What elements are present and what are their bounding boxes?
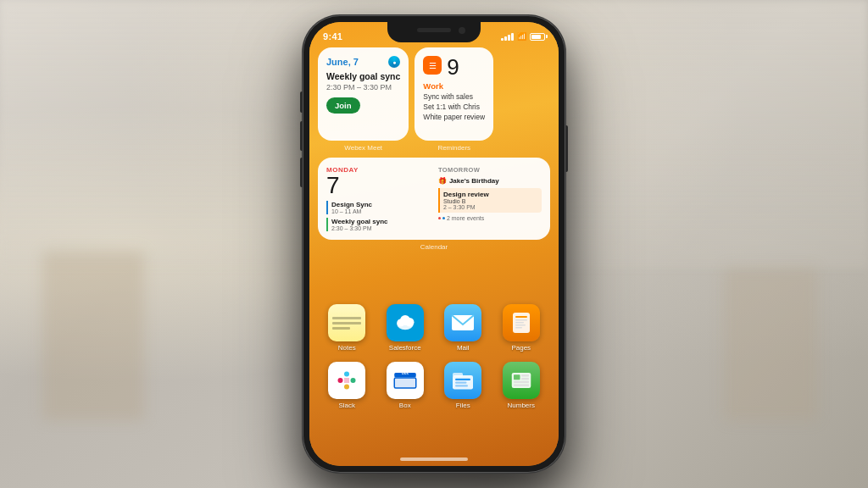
notes-app[interactable]: Notes	[328, 304, 365, 352]
notes-line-2	[332, 322, 361, 324]
files-icon	[444, 362, 481, 399]
mail-svg	[451, 314, 475, 331]
calendar-event-2: Weekly goal sync 2:30 – 3:30 PM	[326, 218, 430, 231]
svg-rect-8	[515, 322, 524, 324]
reminders-icon-symbol: ☰	[429, 61, 437, 70]
reminders-icon: ☰	[423, 56, 442, 75]
numbers-label: Numbers	[508, 402, 535, 409]
svg-rect-27	[521, 374, 529, 376]
svg-rect-14	[344, 385, 349, 390]
salesforce-app[interactable]: Salesforce	[387, 304, 424, 352]
wifi-icon: 📶	[517, 32, 526, 41]
slack-svg	[334, 368, 359, 393]
files-app[interactable]: Files	[444, 362, 481, 409]
calendar-widget-label: Calendar	[318, 243, 550, 251]
slack-app[interactable]: Slack	[328, 362, 365, 409]
svg-rect-28	[521, 378, 529, 380]
pages-icon	[503, 304, 540, 341]
calendar-tomorrow-event-time: 2 – 3:30 PM	[443, 204, 538, 210]
reminders-widget-card: ☰ 9 Work Sync with sales Set 1:1 with Ch…	[415, 47, 493, 141]
notch	[387, 22, 481, 42]
slack-icon	[328, 362, 365, 399]
pages-label: Pages	[511, 344, 531, 352]
camera	[459, 27, 465, 34]
svg-rect-9	[515, 324, 526, 326]
status-icons: 📶	[501, 32, 545, 41]
mail-icon	[444, 304, 481, 341]
numbers-svg	[509, 368, 534, 393]
more-events-text: 2 more events	[447, 215, 484, 221]
more-dot-2	[442, 217, 445, 219]
more-dot-1	[438, 217, 441, 219]
webex-event-title: Weekly goal sync	[326, 71, 400, 83]
webex-date-header: June, 7 ●	[326, 56, 400, 68]
box-svg: box	[392, 368, 418, 393]
phone-screen: 9:41 📶	[309, 22, 559, 466]
screen-content: 9:41 📶	[309, 22, 559, 466]
join-button[interactable]: Join	[326, 97, 360, 114]
svg-rect-7	[515, 319, 527, 321]
pages-app[interactable]: Pages	[503, 304, 540, 352]
svg-rect-26	[514, 374, 520, 380]
svg-point-3	[400, 315, 410, 325]
salesforce-svg	[392, 310, 418, 336]
more-events-row: 2 more events	[438, 215, 542, 221]
svg-text:box: box	[402, 371, 409, 375]
svg-rect-23	[455, 382, 467, 384]
calendar-event-2-time: 2:30 – 3:30 PM	[331, 225, 430, 231]
notes-label: Notes	[338, 344, 356, 352]
svg-rect-22	[455, 379, 470, 380]
calendar-right: TOMORROW 🎁 Jake's Birthday Design review…	[438, 166, 542, 231]
calendar-tomorrow-event-sub: Studio B	[443, 198, 538, 204]
mail-app[interactable]: Mail	[444, 304, 481, 352]
reminder-item-2: Set 1:1 with Chris	[423, 103, 485, 113]
calendar-event-1-title: Design Sync	[331, 201, 430, 208]
svg-rect-17	[394, 378, 416, 388]
calendar-left: MONDAY 7 Design Sync 10 – 11 AM Weekly g…	[326, 166, 430, 231]
salesforce-label: Salesforce	[389, 344, 421, 352]
volume-up-button	[300, 121, 303, 151]
svg-rect-10	[515, 327, 522, 329]
reminders-count: 9	[447, 56, 459, 78]
home-indicator[interactable]	[400, 458, 468, 461]
webex-event-time: 2:30 PM – 3:30 PM	[326, 83, 400, 92]
widgets-area: June, 7 ● Weekly goal sync 2:30 PM – 3:3…	[318, 47, 550, 251]
svg-rect-13	[351, 378, 356, 383]
svg-rect-29	[514, 381, 529, 383]
slack-label: Slack	[338, 402, 355, 409]
pages-svg	[509, 311, 533, 335]
widget-row-1: June, 7 ● Weekly goal sync 2:30 PM – 3:3…	[318, 47, 550, 152]
birthday-row: 🎁 Jake's Birthday	[438, 177, 542, 185]
phone-device: 9:41 📶	[303, 15, 565, 473]
power-button	[565, 125, 568, 172]
webex-widget: June, 7 ● Weekly goal sync 2:30 PM – 3:3…	[318, 47, 409, 152]
box-icon: box	[387, 362, 424, 399]
calendar-tomorrow-label: TOMORROW	[438, 166, 542, 174]
calendar-day-name: MONDAY	[326, 166, 430, 174]
webex-logo: ●	[388, 56, 400, 68]
notes-line-3	[332, 327, 349, 330]
app-row-2: Slack box	[318, 362, 550, 409]
birthday-icon: 🎁	[438, 177, 447, 185]
calendar-widget-card: MONDAY 7 Design Sync 10 – 11 AM Weekly g…	[318, 158, 550, 240]
calendar-event-1-time: 10 – 11 AM	[331, 208, 430, 214]
svg-rect-11	[338, 378, 343, 383]
calendar-day-num: 7	[326, 174, 430, 197]
signal-icon	[501, 33, 514, 41]
webex-date: June, 7	[326, 57, 359, 67]
box-app[interactable]: box Box	[387, 362, 424, 409]
webex-widget-label: Webex Meet	[318, 144, 409, 152]
battery-icon	[530, 33, 545, 41]
numbers-app[interactable]: Numbers	[503, 362, 540, 409]
status-time: 9:41	[323, 31, 342, 42]
calendar-tomorrow-event-title: Design review	[443, 191, 538, 198]
files-svg	[450, 368, 476, 393]
webex-widget-card: June, 7 ● Weekly goal sync 2:30 PM – 3:3…	[318, 47, 409, 141]
speaker	[417, 28, 451, 32]
reminders-category: Work	[423, 81, 485, 91]
svg-rect-21	[453, 373, 463, 377]
volume-down-button	[300, 158, 303, 187]
salesforce-icon	[387, 304, 424, 341]
app-icons-area: Notes	[318, 304, 550, 419]
svg-rect-6	[515, 316, 527, 318]
